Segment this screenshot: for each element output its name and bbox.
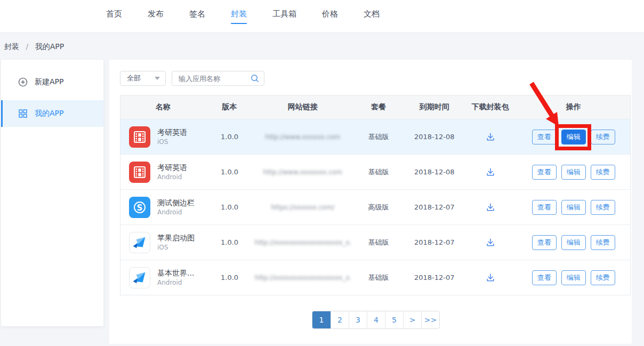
- sidebar-item-label: 新建APP: [35, 77, 63, 87]
- breadcrumb: 封装 / 我的APP: [4, 42, 64, 52]
- app-platform: Android: [157, 278, 194, 287]
- renew-button[interactable]: 续费: [591, 165, 615, 180]
- page-button-3[interactable]: 3: [349, 311, 367, 328]
- plan-cell: 基础版: [352, 132, 405, 142]
- expiry-date-cell: 2018-12-07: [405, 238, 464, 246]
- next-page-button[interactable]: >: [403, 311, 421, 328]
- app-platform: Android: [157, 208, 195, 216]
- breadcrumb-section[interactable]: 封装: [4, 42, 19, 51]
- breadcrumb-current: 我的APP: [35, 42, 64, 51]
- nav-items: 首页发布签名封装工具箱价格文档: [106, 0, 380, 33]
- grid-icon: [18, 109, 28, 118]
- nav-item-4[interactable]: 封装: [231, 9, 247, 24]
- website-link-blurred: http://xxxxxxxxxxxxxxxxxx_x...: [255, 239, 351, 246]
- search-icon[interactable]: [250, 74, 260, 83]
- table-row: 考研英语iOS1.0.0http://www.xxxxxx.com基础版2018…: [120, 119, 630, 154]
- renew-button[interactable]: 续费: [591, 130, 615, 144]
- view-button[interactable]: 查看: [532, 130, 557, 144]
- app-name: 基本世界...: [157, 268, 194, 278]
- filter-dropdown[interactable]: 全部: [120, 71, 166, 86]
- edit-button[interactable]: 编辑: [561, 235, 586, 250]
- column-header: 网站链接: [253, 102, 352, 112]
- download-icon[interactable]: [484, 271, 497, 284]
- download-icon[interactable]: [484, 166, 497, 179]
- nav-item-7[interactable]: 文档: [364, 9, 380, 24]
- page-button-1[interactable]: 1: [312, 311, 331, 328]
- version-cell: 1.0.0: [206, 133, 254, 141]
- view-button[interactable]: 查看: [532, 235, 557, 250]
- view-button[interactable]: 查看: [532, 165, 557, 180]
- renew-button[interactable]: 续费: [591, 235, 615, 250]
- expiry-date-cell: 2018-12-07: [405, 203, 464, 211]
- version-cell: 1.0.0: [206, 238, 254, 246]
- page-button-4[interactable]: 4: [367, 311, 385, 328]
- app-platform: iOS: [157, 138, 187, 146]
- download-icon[interactable]: [484, 236, 497, 249]
- table-header-row: 名称版本网站链接套餐到期时间下载封装包操作: [120, 95, 630, 119]
- edit-button[interactable]: 编辑: [561, 270, 586, 285]
- app-table: 名称版本网站链接套餐到期时间下载封装包操作 考研英语iOS1.0.0http:/…: [120, 95, 631, 295]
- main-panel: 全部 名称版本网站链接套餐到期时间下载封装包操作 考研英语iOS1.0.0htt…: [109, 60, 632, 344]
- nav-item-6[interactable]: 价格: [322, 9, 338, 24]
- edit-button[interactable]: 编辑: [561, 200, 586, 215]
- renew-button[interactable]: 续费: [591, 270, 615, 285]
- sidebar-item-label: 我的APP: [35, 109, 63, 118]
- plan-cell: 基础版: [352, 273, 405, 283]
- nav-item-2[interactable]: 发布: [148, 9, 164, 24]
- search-input[interactable]: [179, 75, 250, 83]
- nav-item-3[interactable]: 签名: [189, 9, 205, 24]
- version-cell: 1.0.0: [206, 273, 254, 281]
- chevron-down-icon: [155, 77, 160, 80]
- download-icon[interactable]: [484, 131, 497, 143]
- sidebar: 新建APP我的APP: [1, 60, 103, 326]
- app-icon-bird-blue: [129, 232, 150, 253]
- app-icon-film-red: [129, 162, 150, 183]
- nav-item-5[interactable]: 工具箱: [272, 9, 296, 24]
- website-link-blurred: http://xxxxxxxxxxxxxxxxxx_x...: [255, 274, 351, 281]
- page-button-5[interactable]: 5: [385, 311, 403, 328]
- column-header: 版本: [206, 102, 254, 112]
- app-icon-film-red: [129, 126, 150, 148]
- renew-button[interactable]: 续费: [591, 200, 615, 215]
- expiry-date-cell: 2018-12-08: [405, 133, 464, 141]
- app-name: 考研英语: [157, 163, 187, 173]
- app-platform: iOS: [157, 243, 195, 252]
- website-link-blurred: https://xxxxxx.com/: [271, 204, 334, 211]
- table-row: 基本世界...Android1.0.0http://xxxxxxxxxxxxxx…: [120, 260, 630, 295]
- website-link-blurred: http://www.xxxxxxx.com: [263, 168, 342, 176]
- version-cell: 1.0.0: [206, 168, 254, 176]
- plus-circle-icon: [18, 77, 28, 87]
- page-button-2[interactable]: 2: [331, 311, 349, 328]
- app-icon-bird-blue: [129, 267, 150, 288]
- column-header: 到期时间: [405, 102, 464, 112]
- view-button[interactable]: 查看: [532, 270, 557, 285]
- edit-button[interactable]: 编辑: [561, 130, 586, 144]
- sidebar-item-1[interactable]: 新建APP: [1, 69, 103, 95]
- sidebar-item-2[interactable]: 我的APP: [1, 100, 103, 127]
- nav-item-1[interactable]: 首页: [106, 9, 122, 24]
- version-cell: 1.0.0: [206, 203, 254, 211]
- column-header: 操作: [517, 102, 630, 112]
- search-box: [172, 71, 264, 86]
- app-platform: Android: [157, 173, 187, 181]
- plan-cell: 基础版: [352, 238, 405, 247]
- column-header: 名称: [120, 102, 206, 112]
- top-navigation-bar: 首页发布签名封装工具箱价格文档: [0, 0, 644, 33]
- pagination: 12345>>>: [312, 311, 440, 329]
- last-page-button[interactable]: >>: [421, 311, 439, 328]
- plan-cell: 基础版: [352, 167, 405, 177]
- app-name: 考研英语: [157, 127, 187, 138]
- plan-cell: 高级版: [352, 203, 405, 212]
- breadcrumb-separator: /: [26, 42, 28, 51]
- filter-dropdown-value: 全部: [127, 74, 141, 83]
- view-button[interactable]: 查看: [532, 200, 557, 215]
- expiry-date-cell: 2018-12-07: [405, 273, 464, 281]
- table-row: S测试侧边栏Android1.0.0https://xxxxxx.com/高级版…: [120, 189, 630, 224]
- column-header: 套餐: [352, 102, 405, 112]
- download-icon[interactable]: [484, 201, 497, 214]
- svg-text:S: S: [137, 203, 143, 212]
- table-row: 考研英语Android1.0.0http://www.xxxxxxx.com基础…: [120, 154, 630, 189]
- column-header: 下载封装包: [464, 102, 517, 112]
- app-icon-s-blue: S: [129, 197, 150, 218]
- edit-button[interactable]: 编辑: [561, 165, 586, 180]
